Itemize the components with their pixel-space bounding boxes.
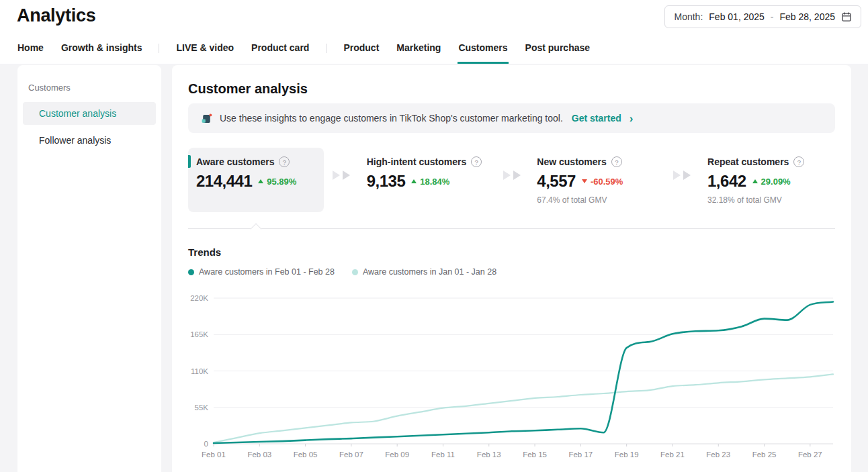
y-axis: 055K110K165K220K bbox=[190, 294, 208, 448]
legend-dot-icon bbox=[352, 269, 358, 275]
selected-accent-bar bbox=[188, 155, 191, 168]
nav-separator bbox=[326, 44, 327, 53]
help-icon[interactable]: ? bbox=[793, 156, 804, 167]
arrow-right-icon bbox=[673, 171, 681, 180]
x-axis: Feb 01Feb 03Feb 05Feb 07Feb 09Feb 11Feb … bbox=[202, 444, 822, 459]
tab-growth-insights[interactable]: Growth & insights bbox=[60, 42, 143, 64]
trend-up-icon bbox=[411, 179, 417, 183]
metric-delta: 29.09% bbox=[761, 177, 791, 187]
header: Analytics Month: Feb 01, 2025 - Feb 28, … bbox=[0, 0, 868, 64]
date-range-picker[interactable]: Month: Feb 01, 2025 - Feb 28, 2025 bbox=[664, 5, 861, 28]
date-end-value[interactable]: Feb 28, 2025 bbox=[779, 11, 835, 22]
chart-legend: Aware customers in Feb 01 - Feb 28Aware … bbox=[188, 267, 835, 277]
metric-delta: 95.89% bbox=[267, 177, 296, 187]
date-filter-label: Month: bbox=[674, 11, 703, 22]
marketing-tool-icon bbox=[201, 113, 212, 124]
sidebar-item-follower-analysis[interactable]: Follower analysis bbox=[23, 129, 156, 152]
series-line-aware-customers-in-feb-01-feb-28 bbox=[214, 302, 833, 444]
tab-customers[interactable]: Customers bbox=[458, 42, 508, 64]
page-title: Analytics bbox=[17, 5, 95, 26]
metric-value: 214,441 bbox=[196, 172, 252, 191]
metric-title: New customers bbox=[537, 156, 606, 167]
svg-text:Feb 03: Feb 03 bbox=[247, 451, 271, 459]
tab-post-purchase[interactable]: Post purchase bbox=[525, 42, 591, 64]
metric-delta: 18.84% bbox=[420, 177, 449, 187]
funnel-card-high-intent-customers[interactable]: High-intent customers?9,13518.84% bbox=[359, 148, 494, 212]
sidebar: Customers Customer analysisFollower anal… bbox=[17, 65, 161, 472]
legend-label: Aware customers in Jan 01 - Jan 28 bbox=[363, 267, 496, 277]
svg-text:0: 0 bbox=[204, 440, 208, 448]
metric-value-row: 214,44195.89% bbox=[196, 172, 316, 191]
svg-text:Feb 21: Feb 21 bbox=[660, 451, 685, 459]
arrow-right-icon bbox=[503, 171, 511, 180]
date-start-value[interactable]: Feb 01, 2025 bbox=[709, 11, 765, 22]
metric-value-row: 9,13518.84% bbox=[367, 172, 486, 191]
arrow-right-icon bbox=[683, 171, 691, 180]
metric-title: Repeat customers bbox=[707, 156, 789, 167]
metric-title-row: New customers? bbox=[537, 156, 656, 167]
main-panel: Customer analysis Use these insights to … bbox=[172, 65, 851, 472]
get-started-link[interactable]: Get started bbox=[572, 113, 621, 124]
arrow-right-icon bbox=[343, 171, 350, 180]
metric-subtext: 67.4% of total GMV bbox=[537, 195, 656, 205]
legend-label: Aware customers in Feb 01 - Feb 28 bbox=[199, 267, 335, 277]
svg-text:Feb 13: Feb 13 bbox=[477, 451, 501, 459]
calendar-icon[interactable] bbox=[841, 11, 852, 22]
help-icon[interactable]: ? bbox=[611, 156, 622, 167]
legend-item-aware-customers-in-jan-01-jan-28[interactable]: Aware customers in Jan 01 - Jan 28 bbox=[352, 267, 496, 277]
tab-product-card[interactable]: Product card bbox=[251, 42, 310, 64]
svg-text:Feb 05: Feb 05 bbox=[294, 451, 318, 459]
svg-text:Feb 11: Feb 11 bbox=[431, 451, 455, 459]
help-icon[interactable]: ? bbox=[279, 156, 290, 167]
date-range-separator: - bbox=[771, 11, 774, 22]
nav-separator bbox=[159, 44, 159, 53]
metric-title-row: Repeat customers? bbox=[707, 156, 827, 167]
funnel-step-arrow-icon bbox=[494, 138, 529, 212]
svg-text:165K: 165K bbox=[190, 330, 208, 338]
trend-down-icon bbox=[582, 179, 587, 183]
metric-delta: -60.59% bbox=[591, 177, 623, 187]
tab-product[interactable]: Product bbox=[343, 42, 380, 64]
svg-text:Feb 17: Feb 17 bbox=[568, 451, 593, 459]
trend-up-icon bbox=[258, 179, 263, 183]
sidebar-section-label: Customers bbox=[28, 83, 161, 93]
svg-text:Feb 23: Feb 23 bbox=[706, 451, 730, 459]
funnel-card-new-customers[interactable]: New customers?4,557-60.59%67.4% of total… bbox=[529, 148, 664, 212]
funnel-card-aware-customers[interactable]: Aware customers?214,44195.89% bbox=[188, 148, 324, 212]
metric-title: Aware customers bbox=[196, 156, 274, 167]
svg-text:Feb 07: Feb 07 bbox=[339, 451, 363, 459]
funnel-cards: Aware customers?214,44195.89%High-intent… bbox=[188, 148, 835, 212]
marketing-banner: Use these insights to engage customers i… bbox=[188, 103, 835, 133]
metric-title-row: Aware customers? bbox=[196, 156, 316, 167]
funnel-step-arrow-icon bbox=[324, 138, 359, 212]
sidebar-items: Customer analysisFollower analysis bbox=[17, 102, 161, 152]
arrow-right-icon bbox=[333, 171, 340, 180]
tab-home[interactable]: Home bbox=[17, 42, 44, 64]
metric-value: 4,557 bbox=[537, 172, 576, 191]
gridlines bbox=[214, 298, 833, 444]
funnel-divider bbox=[188, 228, 835, 229]
trend-up-icon bbox=[752, 179, 758, 183]
analytics-page: Analytics Month: Feb 01, 2025 - Feb 28, … bbox=[0, 0, 868, 472]
help-icon[interactable]: ? bbox=[471, 156, 482, 167]
tab-live-video[interactable]: LIVE & video bbox=[175, 42, 234, 64]
sidebar-item-customer-analysis[interactable]: Customer analysis bbox=[23, 102, 156, 125]
metric-title-row: High-intent customers? bbox=[367, 156, 486, 167]
trends-title: Trends bbox=[188, 246, 835, 258]
metric-value: 9,135 bbox=[367, 172, 406, 191]
metric-subtext: 32.18% of total GMV bbox=[707, 195, 827, 205]
svg-text:Feb 27: Feb 27 bbox=[798, 451, 822, 459]
metric-title: High-intent customers bbox=[367, 156, 467, 167]
svg-text:Feb 09: Feb 09 bbox=[385, 451, 409, 459]
series-line-aware-customers-in-jan-01-jan-28 bbox=[214, 374, 833, 442]
funnel-card-repeat-customers[interactable]: Repeat customers?1,64229.09%32.18% of to… bbox=[699, 148, 835, 212]
section-heading: Customer analysis bbox=[188, 65, 835, 97]
legend-item-aware-customers-in-feb-01-feb-28[interactable]: Aware customers in Feb 01 - Feb 28 bbox=[188, 267, 335, 277]
tab-marketing[interactable]: Marketing bbox=[396, 42, 441, 64]
banner-text: Use these insights to engage customers i… bbox=[220, 113, 563, 124]
metric-value-row: 1,64229.09% bbox=[707, 172, 827, 191]
metric-value: 1,642 bbox=[707, 172, 746, 191]
funnel-step-arrow-icon bbox=[664, 138, 699, 212]
metric-value-row: 4,557-60.59% bbox=[537, 172, 656, 191]
legend-dot-icon bbox=[188, 269, 194, 275]
